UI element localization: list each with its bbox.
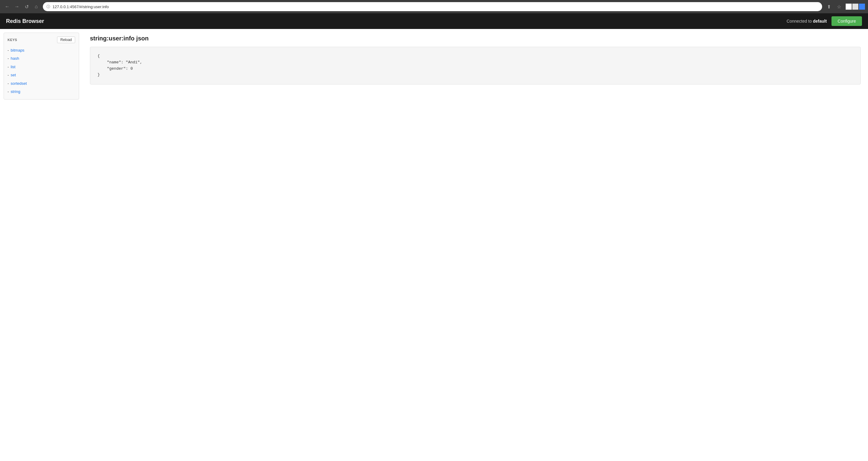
sidebar: KEYS Reload - bitmaps - hash - list - se… (4, 33, 79, 100)
dash-set: - (7, 71, 9, 78)
home-button[interactable]: ⌂ (32, 2, 40, 11)
list-item: - set (7, 71, 75, 79)
list-item: - string (7, 88, 75, 96)
app-title: Redis Browser (6, 18, 44, 25)
lock-icon: ⓘ (46, 4, 50, 9)
browser-actions: ⬆ ☆ (825, 2, 843, 11)
sidebar-link-set[interactable]: set (10, 71, 16, 78)
main-layout: KEYS Reload - bitmaps - hash - list - se… (0, 29, 868, 461)
maximize-empty-button[interactable] (852, 4, 858, 10)
back-button[interactable]: ← (3, 2, 11, 11)
url-text: 127.0.0.1:4567/#/string:user:info (53, 4, 108, 9)
dash-string: - (7, 88, 9, 95)
header-right: Connected to default Configure (786, 16, 862, 26)
forward-button[interactable]: → (13, 2, 21, 11)
connection-name: default (813, 19, 827, 24)
browser-chrome: ← → ↺ ⌂ ⓘ 127.0.0.1:4567/#/string:user:i… (0, 0, 868, 13)
window-controls (846, 4, 865, 10)
sidebar-link-bitmaps[interactable]: bitmaps (10, 47, 25, 54)
configure-button[interactable]: Configure (832, 16, 862, 26)
reload-button[interactable]: Reload (57, 36, 75, 43)
dash-sortedset: - (7, 80, 9, 87)
content-title: string:user:info json (90, 35, 861, 42)
app-header: Redis Browser Connected to default Confi… (0, 13, 868, 29)
sidebar-link-hash[interactable]: hash (10, 55, 19, 62)
connection-status: Connected to default (786, 19, 827, 24)
address-bar[interactable]: ⓘ 127.0.0.1:4567/#/string:user:info (43, 2, 822, 11)
maximize-button[interactable] (859, 4, 865, 10)
list-item: - list (7, 63, 75, 71)
nav-buttons: ← → ↺ ⌂ (3, 2, 40, 11)
keys-label: KEYS (7, 38, 17, 42)
list-item: - bitmaps (7, 46, 75, 54)
sidebar-link-string[interactable]: string (10, 88, 20, 95)
bookmark-button[interactable]: ☆ (835, 2, 843, 11)
list-item: - hash (7, 54, 75, 62)
dash-bitmaps: - (7, 47, 9, 54)
dash-hash: - (7, 55, 9, 62)
reload-page-button[interactable]: ↺ (22, 2, 31, 11)
sidebar-link-sortedset[interactable]: sortedset (10, 80, 27, 87)
content-area: string:user:info json { "name": "Andi", … (83, 29, 868, 461)
json-display: { "name": "Andi", "gender": 0 } (90, 47, 861, 85)
list-item: - sortedset (7, 79, 75, 88)
sidebar-link-list[interactable]: list (10, 63, 16, 70)
minimize-button[interactable] (846, 4, 852, 10)
dash-list: - (7, 63, 9, 70)
share-button[interactable]: ⬆ (825, 2, 833, 11)
sidebar-keys-section: KEYS Reload (7, 36, 75, 43)
